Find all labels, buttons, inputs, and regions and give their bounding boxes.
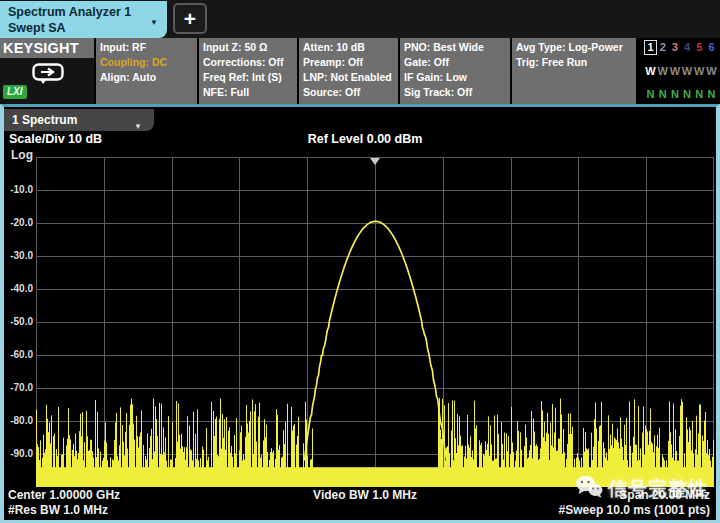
panel-frequency-settings[interactable]: Input Z: 50 Ω Corrections: Off Freq Ref:…: [199, 38, 297, 104]
keysight-logo: KEYSIGHT: [0, 38, 94, 58]
status-line: PNO: Best Wide: [404, 40, 506, 55]
res-bw-label: #Res BW 1.0 MHz: [8, 503, 108, 517]
status-line: Atten: 10 dB: [303, 40, 394, 55]
lxi-badge: LXI: [3, 85, 27, 99]
y-axis-label: -30.0: [4, 250, 33, 262]
trace-detector: N: [707, 88, 715, 101]
trace-number: 1: [645, 41, 655, 54]
panel-average-trigger-settings[interactable]: Avg Type: Log-Power Trig: Free Run: [512, 38, 636, 104]
panel-pno-settings[interactable]: PNO: Best Wide Gate: Off IF Gain: Low Si…: [400, 38, 510, 104]
panel-input-settings[interactable]: Input: RF Coupling: DC Align: Auto: [96, 38, 197, 104]
trace-status-block: 1 W N 2 W N 3 W N 4 W N 5 W N: [638, 38, 720, 104]
y-axis-label: -60.0: [4, 349, 33, 361]
trace-4-status[interactable]: 4 W N: [682, 41, 693, 101]
y-axis-label: -20.0: [4, 217, 33, 229]
trace-3-status[interactable]: 3 W N: [669, 41, 680, 101]
trace-2-status[interactable]: 2 W N: [657, 41, 668, 101]
trace-type: W: [682, 65, 692, 78]
chevron-down-icon: ▼: [150, 15, 158, 31]
trace-detector: N: [683, 88, 691, 101]
trace-type: W: [706, 65, 716, 78]
trace-1-status[interactable]: 1 W N: [645, 41, 656, 101]
trace-5-status[interactable]: 5 W N: [694, 41, 705, 101]
trace-type: W: [670, 65, 680, 78]
y-axis-label: -50.0: [4, 316, 33, 328]
status-header: KEYSIGHT LXI Input: RF Coupling: DC Alig…: [0, 38, 720, 104]
status-line: Preamp: Off: [303, 55, 394, 70]
trace-number: 6: [708, 41, 714, 54]
scale-per-div-label: Scale/Div 10 dB: [9, 132, 102, 146]
status-line: Gate: Off: [404, 55, 506, 70]
chevron-down-icon: ▼: [134, 116, 142, 138]
status-line: Input Z: 50 Ω: [203, 40, 293, 55]
measurement-selector-label: 1 Spectrum: [12, 113, 77, 127]
panel-amplitude-settings[interactable]: Atten: 10 dB Preamp: Off LNP: Not Enable…: [299, 38, 398, 104]
spectrum-analyzer-app: Spectrum Analyzer 1 Swept SA ▼ + KEYSIGH…: [0, 0, 720, 523]
y-axis-label: -70.0: [4, 382, 33, 394]
trace-type: W: [657, 65, 667, 78]
span-label: Span 20.00 MHz: [619, 488, 710, 502]
status-line: Trig: Free Run: [516, 55, 632, 70]
tab-subtitle: Swept SA: [8, 20, 159, 36]
status-line: Sig Track: Off: [404, 85, 506, 100]
brand-block: KEYSIGHT LXI: [0, 38, 94, 104]
tab-spectrum-analyzer-1[interactable]: Spectrum Analyzer 1 Swept SA ▼: [0, 1, 167, 38]
add-tab-button[interactable]: +: [173, 3, 207, 34]
trace-number: 2: [660, 41, 666, 54]
spectrum-plot[interactable]: [36, 157, 714, 487]
status-line: Align: Auto: [100, 70, 193, 85]
video-bw-label: Video BW 1.0 MHz: [280, 488, 450, 502]
trace-detector: N: [671, 88, 679, 101]
status-line: NFE: Full: [203, 85, 293, 100]
status-line: LNP: Not Enabled: [303, 70, 394, 85]
status-line: Coupling: DC: [100, 55, 193, 70]
status-line: IF Gain: Low: [404, 70, 506, 85]
status-line: Corrections: Off: [203, 55, 293, 70]
y-axis-label: -10.0: [4, 184, 33, 196]
trace-detector: N: [659, 88, 667, 101]
tab-bar: Spectrum Analyzer 1 Swept SA ▼ +: [0, 0, 720, 38]
axis-mode-label: Log: [11, 148, 33, 162]
trace-number: 5: [696, 41, 702, 54]
measurement-selector[interactable]: 1 Spectrum ▼: [4, 109, 154, 131]
trace-number: 3: [672, 41, 678, 54]
status-line: Input: RF: [100, 40, 193, 55]
trace-number: 4: [684, 41, 690, 54]
status-line: Freq Ref: Int (S): [203, 70, 293, 85]
center-frequency-label: Center 1.00000 GHz: [8, 488, 120, 502]
y-axis-label: -90.0: [4, 448, 33, 460]
y-axis-label: -40.0: [4, 283, 33, 295]
tab-title: Spectrum Analyzer 1: [8, 4, 159, 20]
trace-detector: N: [695, 88, 703, 101]
trace-type: W: [694, 65, 704, 78]
ref-level-label: Ref Level 0.00 dBm: [280, 132, 450, 146]
status-line: Avg Type: Log-Power: [516, 40, 632, 55]
measurement-display: 1 Spectrum ▼ Scale/Div 10 dB Ref Level 0…: [0, 104, 720, 523]
y-axis-label: -80.0: [4, 415, 33, 427]
message-bubble-icon[interactable]: [32, 63, 64, 89]
trace-detector: N: [647, 88, 655, 101]
trace-6-status[interactable]: 6 W N: [706, 41, 717, 101]
status-line: Source: Off: [303, 85, 394, 100]
sweep-label: #Sweep 10.0 ms (1001 pts): [559, 503, 710, 517]
trace-type: W: [645, 65, 655, 78]
